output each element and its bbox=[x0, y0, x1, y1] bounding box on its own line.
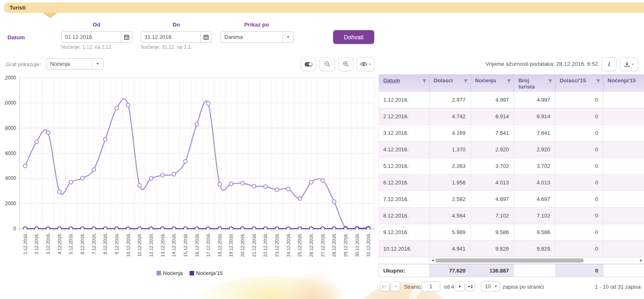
column-header-dolasci-15[interactable]: Dolasci'15 bbox=[555, 75, 603, 92]
horizontal-scrollbar[interactable]: ◄ ► bbox=[430, 257, 644, 264]
column-header-dolasci[interactable]: Dolasci bbox=[430, 75, 471, 92]
data-point[interactable] bbox=[81, 176, 84, 180]
filter-funnel-icon[interactable] bbox=[507, 79, 511, 84]
filter-funnel-icon[interactable] bbox=[422, 79, 427, 84]
data-point[interactable] bbox=[195, 227, 199, 231]
data-point[interactable] bbox=[172, 227, 176, 231]
data-point[interactable] bbox=[367, 227, 370, 231]
date-to-input[interactable] bbox=[141, 34, 200, 40]
column-header-broj-turista[interactable]: Broj turista bbox=[514, 75, 555, 92]
data-point[interactable] bbox=[218, 182, 221, 186]
data-point[interactable] bbox=[298, 227, 302, 231]
data-point[interactable] bbox=[115, 106, 118, 110]
export-button[interactable]: ▼ bbox=[620, 57, 638, 71]
data-point[interactable] bbox=[207, 227, 210, 231]
data-point[interactable] bbox=[23, 164, 27, 168]
data-point[interactable] bbox=[149, 177, 153, 180]
table-row[interactable]: 6.12.2016.1.9564.0134.0130 bbox=[379, 175, 644, 191]
data-point[interactable] bbox=[92, 168, 96, 172]
legend-item[interactable]: Noćenja'15 bbox=[190, 270, 223, 276]
table-row[interactable]: 1.12.2016.2.9774.9974.9970 bbox=[379, 92, 644, 108]
chart-area[interactable]: 0200040006000800010000120001.12.2016.2.1… bbox=[4, 75, 375, 276]
data-point[interactable] bbox=[218, 227, 221, 231]
data-point[interactable] bbox=[35, 140, 38, 144]
prikaz-po-select[interactable]: Danima ▼ bbox=[221, 31, 294, 43]
prev-page-button[interactable]: ◄ bbox=[391, 282, 400, 291]
info-button[interactable]: i bbox=[601, 57, 617, 71]
data-point[interactable] bbox=[58, 227, 61, 231]
data-point[interactable] bbox=[35, 227, 38, 231]
last-page-button[interactable]: ► bbox=[465, 282, 475, 291]
data-point[interactable] bbox=[161, 227, 164, 231]
column-header-no-enja-15[interactable]: Noćenja'15 bbox=[603, 75, 644, 92]
toggle-series-button[interactable] bbox=[301, 57, 316, 71]
data-point[interactable] bbox=[275, 227, 279, 231]
scroll-left-icon[interactable]: ◄ bbox=[431, 258, 434, 262]
page-number-input[interactable] bbox=[421, 281, 440, 292]
next-page-button[interactable]: ► bbox=[455, 282, 465, 291]
data-point[interactable] bbox=[241, 227, 245, 231]
data-point[interactable] bbox=[241, 181, 245, 185]
data-point[interactable] bbox=[149, 227, 153, 231]
data-point[interactable] bbox=[207, 102, 210, 105]
data-point[interactable] bbox=[183, 160, 187, 163]
table-row[interactable]: 3.12.2016.4.1697.6417.6410 bbox=[379, 125, 644, 141]
data-point[interactable] bbox=[298, 197, 302, 201]
calendar-icon[interactable] bbox=[121, 32, 132, 42]
column-header-no-enja[interactable]: Noćenja bbox=[471, 75, 514, 92]
data-point[interactable] bbox=[126, 227, 130, 231]
data-point[interactable] bbox=[23, 227, 27, 231]
filter-funnel-icon[interactable] bbox=[596, 79, 601, 84]
table-row[interactable]: 9.12.2016.5.9899.5869.5860 bbox=[379, 224, 644, 241]
data-point[interactable] bbox=[46, 227, 50, 231]
date-from-input[interactable] bbox=[62, 34, 121, 40]
data-point[interactable] bbox=[92, 227, 96, 231]
data-point[interactable] bbox=[103, 227, 107, 231]
table-row[interactable]: 5.12.2016.2.2633.7023.7020 bbox=[379, 158, 644, 175]
table-row[interactable]: 4.12.2016.1.3702.9202.9200 bbox=[379, 141, 644, 158]
graf-prikazuje-select[interactable]: Noćenja ▼ bbox=[46, 58, 103, 69]
filter-funnel-icon[interactable] bbox=[548, 79, 553, 84]
tab-turisti[interactable]: Turisti bbox=[4, 2, 644, 13]
data-point[interactable] bbox=[46, 131, 50, 134]
data-point[interactable] bbox=[126, 103, 130, 107]
column-header-datum[interactable]: Datum bbox=[379, 75, 430, 92]
data-point[interactable] bbox=[138, 184, 142, 187]
data-point[interactable] bbox=[183, 227, 187, 231]
data-point[interactable] bbox=[172, 172, 176, 176]
data-point[interactable] bbox=[229, 182, 233, 186]
data-point[interactable] bbox=[81, 227, 84, 231]
data-point[interactable] bbox=[355, 227, 359, 231]
data-point[interactable] bbox=[344, 227, 347, 231]
data-point[interactable] bbox=[275, 188, 279, 191]
table-row[interactable]: 8.12.2016.4.5647.1027.1020 bbox=[379, 208, 644, 224]
data-point[interactable] bbox=[229, 227, 233, 231]
page-size-select[interactable]: 10 ▼ bbox=[481, 281, 500, 292]
zoom-out-button[interactable] bbox=[320, 57, 335, 71]
data-point[interactable] bbox=[69, 227, 73, 231]
data-point[interactable] bbox=[69, 180, 73, 184]
dohvati-button[interactable]: Dohvati bbox=[333, 30, 374, 44]
data-point[interactable] bbox=[264, 185, 267, 189]
data-point[interactable] bbox=[321, 179, 324, 182]
table-row[interactable]: 7.12.2016.2.5824.6974.6970 bbox=[379, 191, 644, 208]
first-page-button[interactable]: ◄ bbox=[380, 282, 389, 291]
scroll-right-icon[interactable]: ► bbox=[639, 258, 643, 262]
zoom-in-button[interactable] bbox=[338, 57, 353, 71]
data-point[interactable] bbox=[138, 227, 142, 231]
legend-item[interactable]: Noćenja bbox=[156, 270, 183, 276]
data-point[interactable] bbox=[286, 227, 290, 231]
data-point[interactable] bbox=[195, 122, 199, 126]
data-point[interactable] bbox=[264, 227, 267, 231]
visibility-menu-button[interactable]: ▼ bbox=[357, 57, 375, 71]
data-point[interactable] bbox=[252, 184, 256, 188]
table-row[interactable]: 10.12.2016.4.9419.8299.8290 bbox=[379, 241, 644, 257]
data-point[interactable] bbox=[58, 190, 61, 194]
data-point[interactable] bbox=[332, 227, 336, 231]
data-point[interactable] bbox=[103, 137, 107, 141]
data-point[interactable] bbox=[252, 227, 256, 231]
data-point[interactable] bbox=[332, 200, 336, 203]
scrollbar-thumb[interactable] bbox=[435, 258, 584, 263]
data-point[interactable] bbox=[309, 227, 313, 231]
calendar-icon[interactable] bbox=[200, 32, 211, 42]
